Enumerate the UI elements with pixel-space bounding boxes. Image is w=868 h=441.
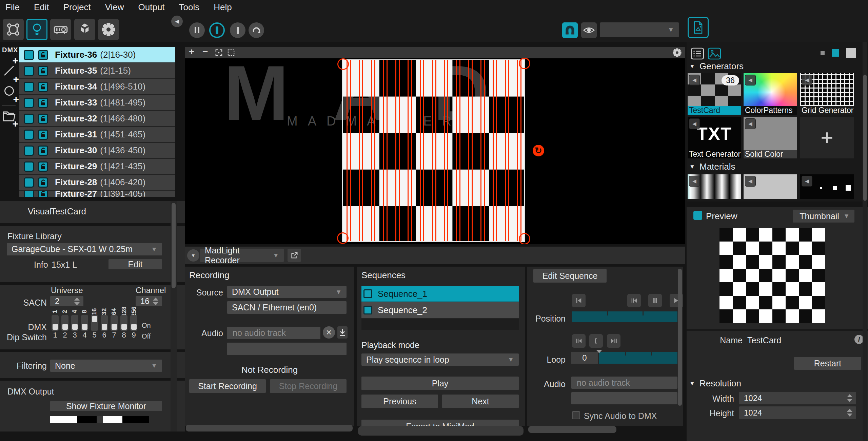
left-panel-scroll-thumb[interactable] (172, 203, 176, 288)
fixture-lock-button[interactable] (38, 98, 48, 108)
recorder-device-dropdown[interactable]: MadLight Recorder ▼ (200, 249, 284, 262)
thumb-size-large-button[interactable] (846, 48, 856, 58)
audio-secondary-field[interactable] (227, 343, 347, 355)
material-tile-dots[interactable]: ◀ (800, 174, 854, 199)
menu-tools[interactable]: Tools (179, 2, 200, 13)
loop-count-field[interactable]: 0 (571, 352, 598, 364)
fixture-visible-checkbox[interactable] (24, 130, 34, 140)
fixture-row-partial[interactable]: Fixture-27 (1|391-405) (19, 191, 175, 197)
fit-view-button[interactable] (215, 49, 223, 57)
dip-knob[interactable] (62, 324, 68, 330)
menu-project[interactable]: Project (63, 2, 91, 13)
loop-end-button[interactable] (607, 334, 620, 348)
fixture-visible-checkbox[interactable] (24, 177, 34, 188)
spin-down-icon[interactable] (847, 414, 852, 417)
generator-tile-text[interactable]: ◀ TXT Text Generator (688, 117, 741, 158)
selection-rect-button[interactable] (227, 49, 235, 57)
clear-audio-button[interactable]: × (323, 326, 335, 339)
dip-knob[interactable] (72, 324, 78, 330)
sequence-audio-secondary-field[interactable] (571, 392, 677, 404)
pause-sequence-button[interactable] (648, 294, 662, 307)
fixture-lock-button[interactable] (38, 146, 48, 156)
dip-slider[interactable] (71, 315, 78, 331)
fixture-row[interactable]: Fixture-35 (2|1-15) (19, 63, 175, 78)
menu-file[interactable]: File (5, 2, 20, 13)
fixture-lock-button[interactable] (38, 66, 48, 76)
materials-collapse-icon[interactable]: ▼ (689, 164, 695, 170)
edit-sequence-hscroll-thumb[interactable] (528, 426, 616, 433)
dip-switch-4[interactable]: 8 4 (80, 308, 90, 340)
spin-down-icon[interactable] (74, 302, 80, 305)
detach-panel-button[interactable] (288, 249, 301, 262)
fixture-row[interactable]: Fixture-31 (1|451-465) (19, 127, 175, 142)
dip-knob[interactable] (53, 324, 58, 330)
sequences-hscroll-track[interactable] (358, 426, 524, 436)
preset-dropdown[interactable]: ▼ (600, 22, 679, 37)
add-generator-tile[interactable]: + (800, 117, 854, 158)
dip-switch-5[interactable]: 16 5 (90, 308, 99, 340)
dip-switch-7[interactable]: 64 7 (109, 308, 119, 340)
tool-fixtures-button[interactable] (26, 19, 47, 40)
add-dmx-fixture-button[interactable]: DMX + (2, 46, 18, 62)
show-fixture-monitor-button[interactable]: Show Fixture Monitor (50, 401, 162, 411)
dip-switch-6[interactable]: 32 6 (99, 308, 109, 340)
spin-down-icon[interactable] (847, 399, 852, 402)
zoom-in-button[interactable]: + (189, 46, 194, 57)
generator-tile-solid[interactable]: ◀ Solid Color (744, 117, 797, 158)
recording-hscroll-thumb[interactable] (186, 425, 353, 432)
fixture-lock-button[interactable] (38, 177, 48, 188)
dip-switch-8[interactable]: 128 8 (119, 308, 129, 340)
media-panel-toggle-button[interactable] (688, 17, 709, 38)
fixture-visible-checkbox[interactable] (24, 50, 34, 60)
fixture-row[interactable]: Fixture-30 (1|436-450) (19, 143, 175, 158)
collapse-toolbar-button[interactable]: ◀ (171, 16, 183, 27)
width-spinner[interactable]: 1024 (739, 392, 856, 404)
fixture-lock-button[interactable] (38, 114, 48, 124)
prev-variant-button[interactable]: ◀ (689, 75, 700, 85)
stop-cursor-button[interactable] (230, 22, 245, 38)
canvas-settings-gear-icon[interactable] (672, 48, 682, 57)
dip-switch-3[interactable]: 4 3 (70, 308, 80, 340)
dip-slider[interactable] (81, 315, 88, 331)
fixture-lock-button[interactable] (38, 82, 48, 92)
thumbnail-view-button[interactable] (707, 47, 722, 60)
sync-audio-checkbox[interactable] (572, 411, 580, 419)
dip-knob[interactable] (131, 324, 137, 330)
sequence-audio-field[interactable] (571, 377, 677, 389)
next-button[interactable]: Next (442, 395, 519, 408)
fixture-visible-checkbox[interactable] (24, 114, 34, 124)
audio-track-input[interactable] (232, 328, 316, 338)
resolution-collapse-icon[interactable]: ▼ (689, 380, 695, 387)
material-tile-solid[interactable]: ◀ (744, 174, 797, 199)
tool-3d-scene-button[interactable] (74, 19, 95, 40)
prev-variant-button[interactable]: ◀ (802, 75, 812, 85)
spin-up-icon[interactable] (74, 298, 80, 301)
dip-knob[interactable] (112, 324, 117, 330)
audio-track-field[interactable] (227, 327, 320, 339)
previous-button[interactable]: Previous (361, 395, 438, 408)
thumb-size-small-button[interactable] (821, 51, 825, 55)
dip-knob[interactable] (121, 324, 127, 330)
sequence-checkbox[interactable] (363, 289, 372, 298)
media-panel-scroll-thumb[interactable] (863, 75, 867, 201)
visibility-button[interactable] (581, 22, 597, 38)
play-button[interactable]: Play (361, 377, 519, 390)
position-slider[interactable] (572, 311, 677, 322)
dip-slider[interactable] (120, 315, 127, 331)
spin-up-icon[interactable] (153, 298, 158, 301)
fixture-row[interactable]: Fixture-29 (1|421-435) (19, 159, 175, 174)
loop-start-button[interactable] (572, 334, 586, 348)
dip-switch-1[interactable]: 1 1 (50, 308, 60, 340)
spin-up-icon[interactable] (847, 394, 852, 397)
fixture-visible-checkbox[interactable] (24, 82, 34, 92)
testcard-surface[interactable] (342, 59, 525, 242)
fixture-lock-button[interactable] (38, 191, 48, 197)
dip-slider[interactable] (52, 315, 59, 331)
fixture-row[interactable]: Fixture-34 (1|496-510) (19, 79, 175, 94)
dip-slider[interactable] (101, 315, 108, 331)
add-circle-fixture-button[interactable]: + (3, 85, 18, 101)
generator-tile-testcard[interactable]: ◀ 36 TestCard (688, 73, 741, 115)
spin-down-icon[interactable] (153, 302, 158, 305)
fixture-row[interactable]: Fixture-36 (2|16-30) (19, 47, 175, 62)
dip-knob[interactable] (102, 324, 107, 330)
